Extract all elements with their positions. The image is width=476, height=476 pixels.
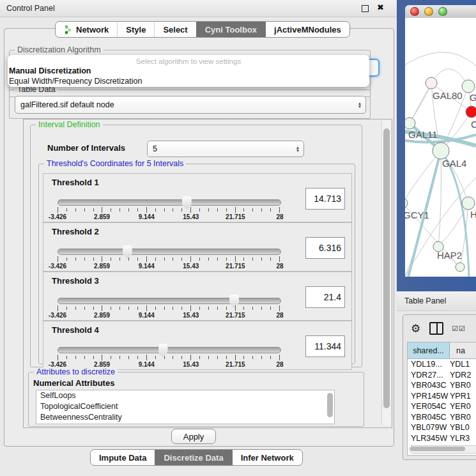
network-node[interactable]	[456, 263, 464, 272]
threshold-value-field[interactable]: 6.316	[305, 237, 345, 259]
horizontal-scrollbar[interactable]	[409, 445, 476, 454]
tab-infer-network[interactable]: Infer Network	[232, 450, 302, 465]
tick-mark	[235, 355, 236, 360]
tick-mark	[102, 207, 102, 213]
slider-tick-labels: -3.4262.8599.14415.4321.71528	[58, 213, 280, 220]
table-row[interactable]: YPR145WYPR1	[408, 391, 476, 402]
network-node-gcy1[interactable]	[405, 198, 408, 208]
tick-mark	[128, 307, 129, 310]
network-node-gal4[interactable]	[433, 142, 449, 159]
attribute-list-item[interactable]: TopologicalCoefficient	[36, 401, 334, 412]
table-row[interactable]: YDR27...YDR2	[408, 370, 476, 381]
column-header-shared-name[interactable]: shared...	[408, 342, 450, 358]
apply-button[interactable]: Apply	[171, 429, 216, 444]
table-row[interactable]: YBR043CYBR0	[408, 380, 476, 391]
slider-ticks	[58, 256, 280, 262]
close-icon[interactable]: ✖	[377, 3, 384, 12]
control-panel-tabbar: NetworkStyleSelectCyni ToolboxjActiveMNo…	[55, 21, 350, 38]
minimize-traffic-light-icon[interactable]	[424, 7, 433, 16]
table-data-combobox[interactable]: galFiltered.sif default node ▲▼	[15, 96, 366, 114]
list-scrollbar-thumb[interactable]	[327, 393, 333, 417]
vertical-scrollbar-thumb[interactable]	[383, 128, 390, 408]
vertical-scrollbar[interactable]	[381, 121, 390, 425]
threshold-value-field[interactable]: 11.344	[305, 335, 345, 357]
table-row[interactable]: YBL079WYBL0	[408, 422, 476, 433]
column-header-name[interactable]: na	[450, 342, 476, 358]
tab-cyni-toolbox[interactable]: Cyni Toolbox	[196, 22, 265, 37]
threshold-value-field[interactable]: 21.4	[305, 286, 345, 308]
tick-label: -3.426	[49, 263, 66, 270]
threshold-slider[interactable]	[58, 347, 281, 353]
dropdown-option-equal-width[interactable]: Equal Width/Frequency Discretization	[8, 76, 369, 86]
node-table: shared... na YDL19...YDL1YDR27...YDR2YBR…	[407, 342, 476, 456]
tick-mark	[226, 356, 227, 359]
columns-icon[interactable]	[429, 322, 443, 335]
tick-mark	[155, 307, 156, 310]
tab-label: Impute Data	[99, 453, 146, 463]
tick-mark	[58, 207, 58, 213]
tick-mark	[58, 256, 58, 262]
tab-select[interactable]: Select	[154, 22, 196, 37]
network-node-label: GAL11	[408, 129, 438, 140]
network-node-gal11[interactable]	[405, 118, 415, 129]
table-row[interactable]: YLR345WYLR3	[408, 433, 476, 444]
tick-mark	[252, 208, 253, 211]
slider-tick-labels: -3.4262.8599.14415.4321.71528	[58, 263, 280, 270]
num-intervals-combobox[interactable]: 5 ▲▼	[147, 141, 304, 157]
tick-mark	[199, 307, 200, 310]
network-window-titlebar[interactable]	[405, 5, 476, 19]
tick-mark	[173, 356, 173, 359]
network-icon	[64, 25, 72, 35]
tick-mark	[270, 307, 271, 310]
network-node-gal80[interactable]	[426, 77, 437, 89]
threshold-label: Threshold 4	[52, 325, 99, 335]
table-row[interactable]: YBR045CYBR0	[408, 412, 476, 423]
tick-mark	[190, 305, 191, 311]
threshold-row-4: Threshold 4-3.4262.8599.14415.4321.71528…	[43, 321, 352, 370]
zoom-traffic-light-icon[interactable]	[438, 7, 447, 16]
network-node-label: C	[471, 119, 476, 130]
threshold-slider[interactable]	[58, 298, 281, 304]
tick-mark	[66, 307, 67, 310]
float-window-icon[interactable]	[362, 5, 369, 12]
attribute-list-item[interactable]: SelfLoops	[36, 390, 334, 401]
tick-label: 21.715	[226, 312, 245, 319]
tab-impute-data[interactable]: Impute Data	[91, 450, 155, 465]
checkbox-icons[interactable]: ☑☑	[452, 325, 466, 333]
num-intervals-value: 5	[148, 144, 292, 153]
attribute-list-item[interactable]: BetweennessCentrality	[36, 412, 334, 423]
tick-mark	[235, 305, 236, 311]
network-node-c[interactable]	[466, 106, 476, 118]
tick-mark	[58, 305, 58, 311]
threshold-slider[interactable]	[58, 199, 281, 206]
network-node-ga[interactable]	[462, 80, 475, 93]
threshold-slider[interactable]	[58, 249, 281, 255]
tick-mark	[181, 356, 182, 359]
cell-shared-name: YLR345W	[408, 433, 450, 444]
table-row[interactable]: YDL19...YDL1	[408, 359, 476, 370]
close-traffic-light-icon[interactable]	[410, 7, 419, 16]
network-canvas[interactable]: GAL80GACGAL11GAL4GCY1HHAP2	[405, 18, 476, 277]
tick-mark	[84, 307, 85, 310]
tick-mark	[181, 257, 182, 261]
tick-mark	[261, 307, 262, 310]
table-row[interactable]: YER054CYER0	[408, 401, 476, 412]
tab-network[interactable]: Network	[56, 22, 117, 37]
tick-mark	[235, 256, 236, 262]
numerical-attributes-list: SelfLoopsTopologicalCoefficientBetweenne…	[36, 390, 335, 424]
tick-label: 28	[276, 263, 283, 270]
tab-label: Select	[163, 25, 187, 35]
tick-mark	[137, 257, 138, 261]
tick-mark	[146, 207, 147, 213]
horizontal-scrollbar-thumb[interactable]	[410, 447, 465, 451]
network-node-h[interactable]	[462, 197, 475, 210]
tab-style[interactable]: Style	[117, 22, 154, 37]
tab-discretize-data[interactable]: Discretize Data	[155, 450, 231, 465]
dropdown-option-manual[interactable]: Manual Discretization	[8, 66, 369, 76]
tab-jactivemnodules[interactable]: jActiveMNodules	[265, 22, 349, 37]
gear-icon[interactable]: ⚙	[411, 322, 420, 335]
table-toolbar: ⚙ ☑☑	[403, 319, 476, 338]
tick-mark	[279, 355, 280, 360]
threshold-row-3: Threshold 3-3.4262.8599.14415.4321.71528…	[43, 272, 352, 321]
threshold-value-field[interactable]: 14.713	[305, 188, 345, 210]
